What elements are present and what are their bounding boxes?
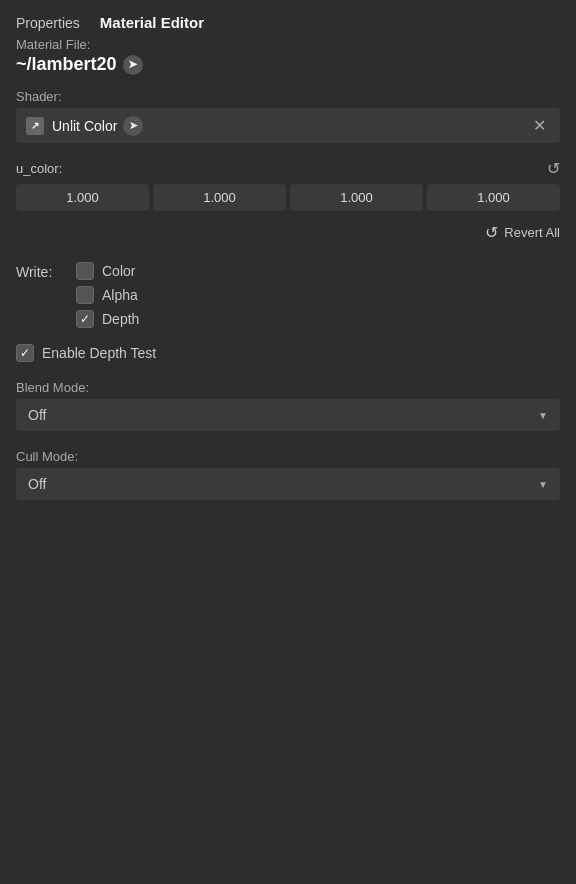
color-value-g[interactable]: 1.000	[153, 184, 286, 211]
enable-depth-test-checkmark: ✓	[20, 346, 30, 360]
revert-all-button[interactable]: ↺ Revert All	[16, 223, 560, 242]
write-depth-checkbox[interactable]: ✓	[76, 310, 94, 328]
write-alpha-row: Alpha	[76, 286, 139, 304]
material-file-path[interactable]: ~/lambert20 ➤	[16, 54, 560, 75]
write-depth-row: ✓ Depth	[76, 310, 139, 328]
cull-mode-section: Cull Mode: Off ▼	[16, 449, 560, 500]
color-value-r[interactable]: 1.000	[16, 184, 149, 211]
color-values-row: 1.000 1.000 1.000 1.000	[16, 184, 560, 211]
shader-name[interactable]: Unlit Color ➤	[52, 116, 529, 136]
enable-depth-test-label: Enable Depth Test	[42, 345, 156, 361]
properties-label: Properties	[16, 15, 80, 31]
write-color-row: Color	[76, 262, 139, 280]
write-depth-checkmark: ✓	[80, 312, 90, 326]
cull-mode-arrow-icon: ▼	[538, 479, 548, 490]
enable-depth-test-checkbox[interactable]: ✓	[16, 344, 34, 362]
write-color-label: Color	[102, 263, 135, 279]
material-file-path-text: ~/lambert20	[16, 54, 117, 75]
revert-all-label: Revert All	[504, 225, 560, 240]
cull-mode-value: Off	[28, 476, 538, 492]
blend-mode-arrow-icon: ▼	[538, 410, 548, 421]
blend-mode-section: Blend Mode: Off ▼	[16, 380, 560, 431]
write-alpha-checkbox[interactable]	[76, 286, 94, 304]
write-color-checkbox[interactable]	[76, 262, 94, 280]
material-file-arrow-icon[interactable]: ➤	[123, 55, 143, 75]
write-section: Write: Color Alpha ✓ Depth	[16, 262, 560, 328]
shader-arrow-icon[interactable]: ➤	[123, 116, 143, 136]
revert-all-icon: ↺	[485, 223, 498, 242]
cull-mode-label: Cull Mode:	[16, 449, 560, 464]
enable-depth-test-row[interactable]: ✓ Enable Depth Test	[16, 344, 560, 362]
u-color-revert-button[interactable]: ↺	[547, 159, 560, 178]
color-value-a[interactable]: 1.000	[427, 184, 560, 211]
header-row: Properties Material Editor	[16, 14, 560, 31]
blend-mode-value: Off	[28, 407, 538, 423]
write-alpha-label: Alpha	[102, 287, 138, 303]
write-options: Color Alpha ✓ Depth	[76, 262, 139, 328]
shader-row: ↗ Unlit Color ➤ ✕	[16, 108, 560, 143]
blend-mode-dropdown[interactable]: Off ▼	[16, 399, 560, 431]
u-color-header: u_color: ↺	[16, 159, 560, 178]
color-value-b[interactable]: 1.000	[290, 184, 423, 211]
shader-label: Shader:	[16, 89, 560, 104]
shader-close-button[interactable]: ✕	[529, 114, 550, 137]
write-label: Write:	[16, 262, 66, 280]
write-row: Write: Color Alpha ✓ Depth	[16, 262, 560, 328]
cull-mode-dropdown[interactable]: Off ▼	[16, 468, 560, 500]
material-file-label: Material File:	[16, 37, 560, 52]
page-title: Material Editor	[100, 14, 204, 31]
shader-type-icon: ↗	[26, 117, 44, 135]
blend-mode-label: Blend Mode:	[16, 380, 560, 395]
u-color-label: u_color:	[16, 161, 62, 176]
write-depth-label: Depth	[102, 311, 139, 327]
